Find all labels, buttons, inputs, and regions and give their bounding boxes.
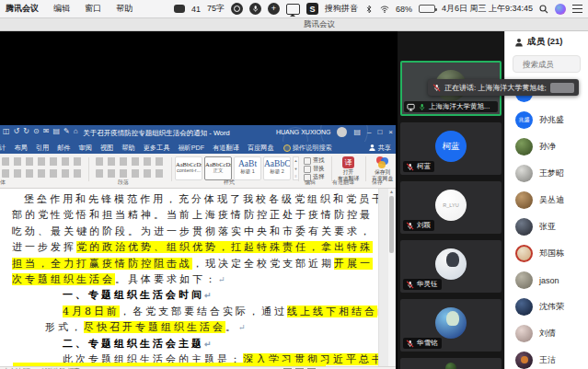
menu-item-2[interactable]: 窗口 [85, 3, 101, 15]
video-tile[interactable]: 华雪铭 [400, 299, 502, 352]
font-tools-row[interactable] [2, 157, 83, 166]
member-row[interactable]: 沈伟荣 [505, 294, 588, 320]
font-tools-row[interactable] [2, 169, 83, 178]
sogou-ime-icon[interactable]: S [306, 3, 318, 15]
member-row[interactable]: 兆盛 孙兆盛 [505, 107, 588, 133]
youdao-translate-group[interactable]: 译 打开有道翻译 [331, 156, 359, 181]
qat-icon[interactable]: ✉ [43, 127, 50, 135]
ribbon-tab-邮件[interactable]: 邮件 [57, 144, 70, 153]
style-card[interactable]: AaBt 标题 1 [234, 156, 261, 180]
edit-item-查找[interactable]: 查找 [304, 156, 325, 165]
ribbon-tab-引用[interactable]: 引用 [36, 144, 49, 153]
spotlight-search-icon[interactable] [539, 5, 548, 14]
account-avatar[interactable] [337, 127, 347, 137]
member-row[interactable]: 王洁 [505, 347, 588, 369]
ribbon-tab-更多工具[interactable]: 更多工具 [144, 144, 170, 153]
qat-icon[interactable]: ↻ [23, 127, 29, 135]
video-tile[interactable]: 柯蓝 柯蓝 [400, 122, 502, 175]
style-sample: AaBbC [264, 159, 290, 168]
member-row[interactable]: 刘倩 [505, 320, 588, 347]
airplay-icon[interactable] [286, 4, 300, 15]
document-canvas[interactable]: 堡垒作用和先锋模范作用，充分体现了我校各级党组织和党员干部的党性觉悟和担当精神。… [0, 189, 396, 366]
ribbon-tab-设计[interactable]: 设计 [0, 144, 6, 153]
microphone-icon[interactable] [249, 3, 261, 15]
qat-icon[interactable]: ↺ [14, 127, 20, 135]
close-icon[interactable]: × [388, 128, 393, 136]
minimize-icon[interactable]: – [367, 128, 371, 136]
chat-bubble-icon[interactable] [174, 5, 185, 13]
participant-avatar [435, 248, 467, 280]
member-row[interactable]: 孙净 [505, 133, 588, 160]
camera-icon[interactable] [231, 3, 243, 15]
scroll-up-icon[interactable]: ▲ [388, 189, 395, 194]
scrollbar-thumb[interactable] [389, 196, 394, 253]
ribbon-display-options-icon[interactable]: ▤ [353, 128, 361, 136]
menu-item-0[interactable]: 腾讯会议 [6, 3, 39, 15]
ribbon-tab-帮助[interactable]: 帮助 [121, 144, 134, 153]
ribbon-tab-审阅[interactable]: 审阅 [79, 144, 92, 153]
member-name: 刘倩 [539, 328, 556, 340]
member-row[interactable]: jason [505, 267, 588, 294]
ribbon-tab-福昕PDF[interactable]: 福昕PDF [178, 144, 204, 153]
ribbon-tab-百度网盘[interactable]: 百度网盘 [248, 144, 274, 153]
word-window: ◫↺↻⊙✉▤✎⌂ 关于召开疫情防控专题组织生活会的通知 - Word HUANG… [0, 125, 396, 369]
member-avatar: 兆盛 [515, 111, 533, 129]
edit-item-替换[interactable]: 替换 [304, 165, 325, 173]
speaking-tooltip-text: 正在讲话: 上海海洋大学黄旭雄; [444, 83, 547, 93]
restore-icon[interactable]: □ [377, 128, 382, 136]
document-line: 进一步发挥党的政治优势、组织优势，扛起特殊责任，拿出特殊 [0, 239, 396, 255]
siri-icon[interactable] [555, 4, 566, 15]
document-scrollbar[interactable]: ▲ [388, 189, 395, 366]
ime-name[interactable]: 搜狗拼音 [325, 3, 358, 15]
member-row[interactable]: 郑国栋 [505, 240, 588, 267]
video-tile[interactable]: 华灵钰 [400, 240, 502, 293]
style-label: 标题 2 [264, 168, 290, 175]
video-tile[interactable]: R_LYU 刘颖 [400, 181, 502, 234]
ribbon-tab-有道翻译[interactable]: 有道翻译 [213, 144, 239, 153]
member-row[interactable]: 王梦昭 [505, 160, 588, 187]
menu-item-1[interactable]: 编辑 [53, 3, 70, 15]
member-row[interactable]: 吴丛迪 [505, 187, 588, 213]
share-button[interactable]: 共享 [368, 144, 391, 153]
tile-name-label: 华雪铭 [403, 338, 442, 349]
member-name: 王梦昭 [539, 167, 564, 179]
style-card[interactable]: AaBbC 标题 2 [263, 156, 291, 180]
meeting-grid-icon[interactable]: + [268, 3, 280, 15]
paragraph-group[interactable] [96, 157, 172, 181]
body-text: 堡垒作用和先锋模范作用，充分体现了我校各级党组织和党员干 [24, 193, 385, 205]
body-text: 进一步发挥 [12, 241, 76, 253]
account-name[interactable]: HUANG XUXIONG [276, 129, 331, 135]
member-row[interactable]: 张亚 [505, 213, 588, 240]
style-card[interactable]: AaBbCcDx 正文 [204, 156, 232, 180]
tile-name-label: 刘颖 [403, 220, 434, 231]
member-search-input[interactable] [521, 59, 575, 70]
bluetooth-icon[interactable] [364, 5, 374, 14]
baidu-netdisk-icon [376, 156, 389, 168]
document-line: 次专题组织生活会。具体要求如下：↵ [0, 271, 396, 287]
menu-item-3[interactable]: 帮助 [116, 3, 133, 15]
member-name: 沈伟荣 [539, 301, 564, 313]
member-search-box[interactable] [513, 55, 581, 73]
wifi-icon[interactable] [380, 5, 389, 14]
ribbon-tab-视图[interactable]: 视图 [100, 144, 113, 153]
mic-off-icon [406, 222, 414, 230]
qat-icon[interactable]: ⊙ [33, 127, 40, 135]
tell-me-search[interactable]: 操作说明搜索 [283, 144, 332, 153]
ribbon-tab-布局[interactable]: 布局 [14, 144, 27, 153]
font-group[interactable] [2, 157, 89, 181]
video-tile[interactable] [400, 358, 502, 369]
paragraph-tools-row[interactable] [96, 157, 166, 166]
style-card[interactable]: AaBbCcDx content-r... [175, 156, 202, 180]
paragraph-tools-row[interactable] [96, 169, 166, 178]
style-sample: AaBbCcDx [176, 161, 202, 167]
meeting-window-titlebar[interactable]: 腾讯会议 [0, 18, 588, 31]
highlighted-text: 4月8日前 [63, 306, 120, 317]
baidu-save-group[interactable]: 保存到百度网盘 [365, 156, 393, 181]
menu-clock[interactable]: 4月6日 周三 上午9:34:45 [442, 3, 533, 15]
qat-icon[interactable]: ▤ [52, 127, 60, 135]
qat-icon[interactable]: ◫ [3, 127, 10, 135]
screen-share-icon [407, 103, 415, 111]
notification-center-icon[interactable] [572, 5, 582, 13]
member-list: 兆盛 孙兆盛 孙净 王梦昭 吴丛迪 张亚 郑国栋 jason 沈伟荣 刘倩 王洁 [505, 80, 588, 369]
word-titlebar[interactable]: ◫↺↻⊙✉▤✎⌂ 关于召开疫情防控专题组织生活会的通知 - Word HUANG… [0, 125, 396, 142]
